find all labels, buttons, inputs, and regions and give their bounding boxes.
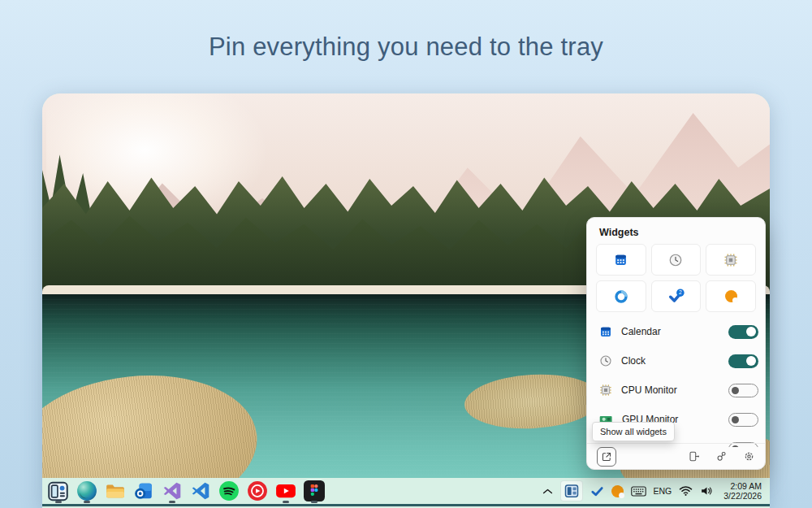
profile-icon: [715, 450, 728, 462]
taskbar-vscode-icon[interactable]: [186, 478, 214, 504]
widget-row-cpu-monitor[interactable]: CPU Monitor: [587, 376, 765, 405]
weather-orange-tray-icon[interactable]: [611, 485, 624, 497]
todo-check-tray-icon[interactable]: [590, 484, 604, 498]
folder-icon: [105, 480, 126, 501]
outlook-icon: [133, 480, 154, 501]
visual-studio-icon: [162, 480, 183, 501]
widget-row-label: CPU Monitor: [621, 384, 719, 396]
widgets-panel-title: Widgets: [587, 218, 765, 244]
system-tray: ENG 2:09 AM 3/22/2026: [542, 480, 770, 501]
calendar-icon: [614, 253, 628, 267]
widget-row-clock[interactable]: Clock: [587, 346, 765, 376]
tray-time: 2:09 AM: [723, 481, 762, 491]
gpu-monitor-toggle[interactable]: [728, 413, 758, 427]
tile-ring[interactable]: [596, 280, 646, 312]
ring-icon: [614, 289, 628, 304]
tile-todo[interactable]: 2: [651, 280, 702, 312]
widget-row-calendar[interactable]: Calendar: [587, 317, 765, 346]
page-title: Pin everything you need to the tray: [0, 33, 812, 62]
taskbar: ENG 2:09 AM 3/22/2026: [42, 478, 770, 504]
tile-cpu-monitor[interactable]: [706, 244, 756, 276]
widget-row-label: Clock: [621, 355, 719, 367]
widget-manager-icon: [47, 480, 69, 502]
running-indicator: [311, 501, 317, 503]
pinned-apps: [42, 478, 328, 504]
vs-code-icon: [190, 480, 211, 501]
clock-icon: [599, 354, 612, 367]
running-indicator: [84, 501, 90, 503]
touch-keyboard-icon[interactable]: [631, 486, 646, 497]
taskbar-youtube-music-icon[interactable]: [243, 478, 271, 504]
taskbar-widget-manager-icon[interactable]: [44, 478, 72, 504]
exit-button[interactable]: [688, 450, 700, 462]
figma-icon: [304, 480, 325, 501]
taskbar-file-explorer-icon[interactable]: [101, 478, 129, 504]
clock-icon: [668, 253, 683, 267]
todo-badge-count: 2: [680, 289, 683, 295]
youtube-music-icon: [247, 480, 268, 501]
clock-toggle[interactable]: [728, 354, 758, 368]
chevron-up-icon[interactable]: [542, 488, 553, 495]
widgets-panel-footer: [587, 443, 765, 469]
exit-icon: [688, 450, 700, 462]
profile-button[interactable]: [715, 450, 728, 462]
tile-calendar[interactable]: [596, 244, 646, 276]
show-all-widgets-button[interactable]: [597, 447, 616, 467]
tray-date: 3/22/2026: [723, 491, 762, 501]
widget-manager-mini-icon: [564, 484, 579, 498]
tile-weather[interactable]: [706, 280, 756, 312]
cpu-icon: [599, 384, 612, 397]
taskbar-figma-icon[interactable]: [300, 478, 328, 504]
spotify-icon: [218, 480, 240, 501]
speaker-icon[interactable]: [700, 485, 714, 497]
taskbar-outlook-icon[interactable]: [129, 478, 158, 504]
youtube-icon: [275, 480, 296, 501]
widget-row-label: Calendar: [621, 326, 719, 337]
weather-orange-icon: [725, 290, 737, 302]
footer-action-icons: [688, 450, 755, 462]
taskbar-youtube-icon[interactable]: [271, 478, 300, 504]
open-external-icon: [601, 451, 612, 462]
taskbar-edge-icon[interactable]: [72, 478, 101, 504]
microsoft-edge-icon: [76, 480, 97, 501]
screenshot-bottom-edge: [42, 504, 770, 506]
running-indicator: [169, 501, 175, 503]
wifi-icon[interactable]: [679, 485, 693, 497]
settings-button[interactable]: [743, 450, 755, 462]
clock-date-display[interactable]: 2:09 AM 3/22/2026: [723, 481, 762, 501]
tray-widget-manager-icon[interactable]: [560, 480, 583, 501]
running-indicator: [283, 501, 289, 503]
show-all-widgets-tooltip: Show all widgets: [592, 422, 675, 441]
tile-clock[interactable]: [651, 244, 702, 276]
language-indicator[interactable]: ENG: [654, 486, 672, 496]
cpu-icon: [723, 253, 738, 267]
widget-shortcut-grid: 2: [596, 244, 756, 312]
cpu-monitor-toggle[interactable]: [728, 384, 758, 397]
running-indicator: [55, 501, 62, 503]
taskbar-visual-studio-icon[interactable]: [158, 478, 186, 504]
todo-check-icon: 2: [667, 289, 685, 304]
calendar-icon: [599, 325, 612, 338]
settings-gear-icon: [743, 450, 755, 462]
calendar-toggle[interactable]: [728, 325, 758, 339]
taskbar-spotify-icon[interactable]: [214, 478, 243, 504]
